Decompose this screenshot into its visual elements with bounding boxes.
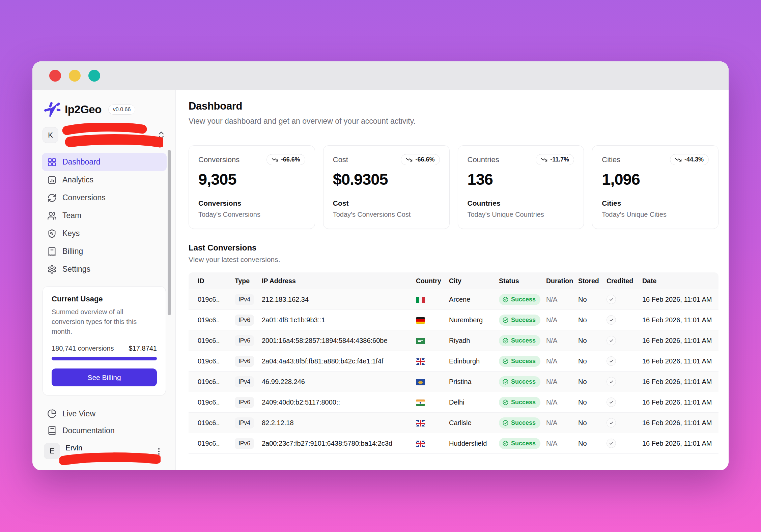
sidebar-item-label: Team: [62, 211, 81, 220]
live-view-pie-icon: [47, 409, 57, 418]
sidebar-item-conversions[interactable]: Conversions: [42, 189, 167, 207]
brand-name: Ip2Geo: [65, 103, 102, 116]
status-label: Success: [511, 378, 536, 385]
table-row[interactable]: 019c6.. IPv6 2a01:4f8:1c1b:9b3::1 Nuremb…: [189, 310, 718, 330]
cell-date: 16 Feb 2026, 11:01 AM: [642, 413, 718, 433]
cell-credited: [607, 433, 642, 454]
ip2geo-logo-icon: [43, 101, 61, 118]
cell-credited: [607, 351, 642, 372]
cell-ip-address: 2001:16a4:58:2857:1894:5844:4386:60be: [262, 330, 416, 351]
success-check-icon: [502, 296, 509, 303]
keys-shield-icon: [47, 229, 57, 238]
cell-id: 019c6..: [189, 351, 235, 372]
table-row[interactable]: 019c6.. IPv6 2001:16a4:58:2857:1894:5844…: [189, 330, 718, 351]
cell-type: IPv4: [235, 413, 262, 433]
trend-value: -66.6%: [415, 156, 434, 163]
cell-duration: N/A: [546, 392, 578, 413]
cell-city: Edinburgh: [449, 351, 499, 372]
ip-type-badge: IPv6: [235, 356, 254, 367]
cell-id: 019c6..: [189, 413, 235, 433]
cell-duration: N/A: [546, 413, 578, 433]
sidebar-item-dashboard[interactable]: Dashboard: [42, 153, 167, 171]
credited-check-icon: [607, 315, 616, 325]
cell-duration: N/A: [546, 310, 578, 330]
status-badge: Success: [499, 417, 540, 428]
team-users-icon: [47, 211, 57, 220]
cell-credited: [607, 392, 642, 413]
status-badge: Success: [499, 335, 540, 346]
fullscreen-window-button[interactable]: [88, 70, 100, 82]
cell-ip-address: 212.183.162.34: [262, 289, 416, 310]
cell-ip-address: 46.99.228.246: [262, 372, 416, 392]
minimize-window-button[interactable]: [69, 70, 81, 82]
cell-id: 019c6..: [189, 289, 235, 310]
workspace-selector[interactable]: K: [43, 127, 166, 143]
ip-type-badge: IPv4: [235, 294, 254, 305]
app-window: Ip2Geo v0.0.66 K D: [32, 61, 729, 470]
cell-credited: [607, 413, 642, 433]
kebab-menu-icon[interactable]: [154, 447, 163, 456]
table-row[interactable]: 019c6.. IPv6 2a04:4a43:8f5f:fb81:a880:b4…: [189, 351, 718, 372]
cell-id: 019c6..: [189, 433, 235, 454]
cell-city: Huddersfield: [449, 433, 499, 454]
cell-date: 16 Feb 2026, 11:01 AM: [642, 289, 718, 310]
user-account-row[interactable]: E Ervin: [42, 442, 167, 463]
sidebar-item-keys[interactable]: Keys: [42, 225, 167, 242]
cell-status: Success: [499, 392, 546, 413]
cell-type: IPv6: [235, 351, 262, 372]
success-check-icon: [502, 440, 509, 447]
column-header-type: Type: [235, 272, 262, 289]
cell-date: 16 Feb 2026, 11:01 AM: [642, 330, 718, 351]
success-check-icon: [502, 420, 509, 426]
cell-credited: [607, 310, 642, 330]
sidebar-item-documentation[interactable]: Documentation: [42, 422, 167, 439]
sidebar-item-live-view[interactable]: Live View: [42, 405, 167, 422]
cell-status: Success: [499, 310, 546, 330]
cell-country: [416, 289, 449, 310]
trend-badge: -11.7%: [536, 154, 574, 165]
success-check-icon: [502, 399, 509, 406]
stat-value: 136: [468, 170, 574, 188]
cell-status: Success: [499, 433, 546, 454]
sidebar-item-team[interactable]: Team: [42, 207, 167, 225]
table-row[interactable]: 019c6.. IPv6 2409:40d0:b2:5117:8000:: De…: [189, 392, 718, 413]
cell-country: [416, 310, 449, 330]
country-flag-icon: [416, 338, 425, 344]
sidebar-item-billing[interactable]: Billing: [42, 242, 167, 260]
page-subtitle: View your dashboard and get an overview …: [189, 117, 718, 126]
documentation-book-icon: [47, 426, 57, 435]
current-usage-card: Current Usage Summed overview of all con…: [43, 286, 166, 395]
table-row[interactable]: 019c6.. IPv4 212.183.162.34 Arcene: [189, 289, 718, 310]
page-title: Dashboard: [189, 100, 718, 112]
table-row[interactable]: 019c6.. IPv4 46.99.228.246 Pristina: [189, 372, 718, 392]
billing-receipt-icon: [47, 247, 57, 256]
see-billing-button[interactable]: See Billing: [52, 368, 157, 386]
last-conversions-subtitle: View your latest conversions.: [189, 256, 718, 264]
stat-caption: Today's Conversions: [198, 211, 305, 218]
country-flag-icon: [416, 358, 425, 365]
conversions-table: ID Type IP Address Country City Status D…: [189, 272, 718, 454]
stat-label: Countries: [468, 155, 499, 164]
cell-duration: N/A: [546, 351, 578, 372]
redaction-scribble: [62, 123, 163, 151]
sidebar-item-settings[interactable]: Settings: [42, 260, 167, 278]
cell-status: Success: [499, 413, 546, 433]
cell-date: 16 Feb 2026, 11:01 AM: [642, 310, 718, 330]
trending-down-icon: [541, 156, 547, 163]
trend-value: -44.3%: [684, 156, 704, 163]
stat-sub-label: Cities: [602, 199, 709, 207]
cell-ip-address: 2a00:23c7:fb27:9101:6438:5780:ba14:2c3d: [262, 433, 416, 454]
sidebar-scrollbar[interactable]: [168, 150, 171, 315]
stat-caption: Today's Conversions Cost: [333, 211, 440, 218]
close-window-button[interactable]: [49, 70, 61, 82]
cell-city: Pristina: [449, 372, 499, 392]
cell-city: Delhi: [449, 392, 499, 413]
table-row[interactable]: 019c6.. IPv4 82.2.12.18 Carlisle S: [189, 413, 718, 433]
main-content: Dashboard View your dashboard and get an…: [176, 90, 729, 470]
cell-stored: No: [578, 413, 607, 433]
country-flag-icon: [416, 420, 425, 426]
sidebar-item-analytics[interactable]: Analytics: [42, 171, 167, 189]
success-check-icon: [502, 317, 509, 323]
table-row[interactable]: 019c6.. IPv6 2a00:23c7:fb27:9101:6438:57…: [189, 433, 718, 454]
status-label: Success: [511, 296, 536, 303]
